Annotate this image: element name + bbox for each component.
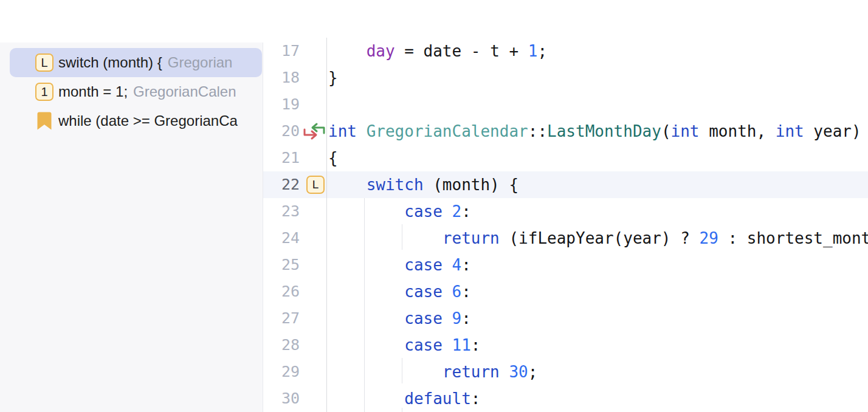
indent-guide bbox=[402, 408, 402, 412]
line-number: 26 bbox=[263, 278, 300, 305]
code-editor-preview[interactable]: 17 day = date - t + 1;18}1920int Gregori… bbox=[263, 0, 868, 412]
gutter-icon-slot bbox=[300, 91, 326, 118]
code-line[interactable] bbox=[326, 91, 868, 118]
mnemonic-badge: L bbox=[35, 53, 53, 72]
gutter-icon-slot bbox=[300, 118, 326, 145]
gutter-icon-slot bbox=[300, 252, 326, 278]
code-line[interactable]: switch (month) { bbox=[326, 171, 868, 198]
bookmarks-panel: Lswitch (month) {Gregorian1month = 1;Gre… bbox=[0, 43, 263, 412]
editor-line: 30 default: bbox=[263, 385, 868, 412]
editor-line: 20int GregorianCalendar::LastMonthDay(in… bbox=[263, 118, 868, 145]
bookmarks-popup: Bookmarks Lswitch (month) {Gregorian1mon… bbox=[0, 0, 868, 412]
gutter-icon-slot bbox=[300, 305, 326, 332]
code-line[interactable]: case 9: bbox=[326, 305, 868, 332]
bookmark-location-text: Gregorian bbox=[168, 54, 233, 71]
code-line[interactable]: { bbox=[326, 145, 868, 171]
bookmark-list-item[interactable]: Lswitch (month) {Gregorian bbox=[10, 48, 262, 77]
editor-line: 27 case 9: bbox=[263, 305, 868, 332]
gutter-mnemonic-bookmark-badge[interactable]: L bbox=[306, 176, 325, 194]
gutter-icon-slot bbox=[300, 225, 326, 252]
bookmark-list-item[interactable]: 1month = 1;GregorianCalen bbox=[10, 77, 262, 106]
bookmark-list-item[interactable]: while (date >= GregorianCa bbox=[10, 106, 262, 136]
editor-line: 29 return 30; bbox=[263, 359, 868, 385]
editor-line: 19 bbox=[263, 91, 868, 118]
line-number: 18 bbox=[263, 64, 300, 91]
code-line[interactable]: default: bbox=[326, 385, 868, 412]
line-number: 25 bbox=[263, 252, 300, 278]
code-line[interactable]: case 11: bbox=[326, 332, 868, 359]
bookmark-location-text: GregorianCalen bbox=[133, 83, 236, 100]
line-number: 23 bbox=[263, 198, 300, 225]
editor-line: 17 day = date - t + 1; bbox=[263, 38, 868, 64]
code-line[interactable]: case 2: bbox=[326, 198, 868, 225]
bookmark-code-text: while (date >= GregorianCa bbox=[58, 112, 238, 129]
line-number: 29 bbox=[263, 359, 300, 385]
code-line[interactable]: return 30; bbox=[326, 359, 868, 385]
code-line[interactable]: day = date - t + 1; bbox=[326, 38, 868, 64]
gutter-icon-slot bbox=[300, 64, 326, 91]
line-number: 28 bbox=[263, 332, 300, 359]
gutter-icon-slot bbox=[300, 332, 326, 359]
line-number: 30 bbox=[263, 385, 300, 412]
editor-line: 24 return (ifLeapYear(year) ? 29 : short… bbox=[263, 225, 868, 252]
code-line[interactable]: int GregorianCalendar::LastMonthDay(int … bbox=[326, 118, 868, 145]
bookmark-code-text: month = 1; bbox=[58, 83, 128, 100]
gutter-icon-slot bbox=[300, 278, 326, 305]
line-number: 24 bbox=[263, 225, 300, 252]
gutter-icon-slot bbox=[300, 38, 326, 64]
indent-guide bbox=[402, 224, 402, 250]
editor-line: 22L switch (month) { bbox=[263, 171, 868, 198]
mnemonic-badge: 1 bbox=[35, 83, 53, 101]
gutter-icon-slot bbox=[300, 198, 326, 225]
line-number: 21 bbox=[263, 145, 300, 171]
code-line[interactable]: return (ifLeapYear(year) ? 29 : shortest… bbox=[326, 225, 868, 252]
gutter-icon-slot bbox=[300, 145, 326, 171]
bookmark-flag-icon bbox=[37, 112, 52, 130]
editor-line: 21{ bbox=[263, 145, 868, 171]
bookmark-code-text: switch (month) { bbox=[58, 54, 162, 71]
gutter-icon-slot: L bbox=[300, 171, 326, 198]
line-number: 27 bbox=[263, 305, 300, 332]
editor-line: 26 case 6: bbox=[263, 278, 868, 305]
indent-guide bbox=[364, 198, 365, 412]
bookmark-flag-slot bbox=[35, 112, 53, 130]
line-number: 22 bbox=[263, 171, 300, 198]
code-line[interactable]: case 6: bbox=[326, 278, 868, 305]
code-line[interactable]: } bbox=[326, 64, 868, 91]
indent-guide bbox=[402, 358, 402, 383]
gutter-icon-slot bbox=[300, 385, 326, 412]
line-number: 20 bbox=[263, 118, 300, 145]
editor-line: 25 case 4: bbox=[263, 252, 868, 278]
editor-line: 28 case 11: bbox=[263, 332, 868, 359]
bookmarks-list: Lswitch (month) {Gregorian1month = 1;Gre… bbox=[0, 43, 263, 136]
nav-arrows-icon[interactable] bbox=[302, 122, 326, 141]
editor-line: 18} bbox=[263, 64, 868, 91]
gutter-icon-slot bbox=[300, 359, 326, 385]
line-number: 17 bbox=[263, 38, 300, 64]
editor-line: 23 case 2: bbox=[263, 198, 868, 225]
code-line[interactable]: case 4: bbox=[326, 252, 868, 278]
editor-lines: 17 day = date - t + 1;18}1920int Gregori… bbox=[263, 38, 868, 412]
line-number: 19 bbox=[263, 91, 300, 118]
